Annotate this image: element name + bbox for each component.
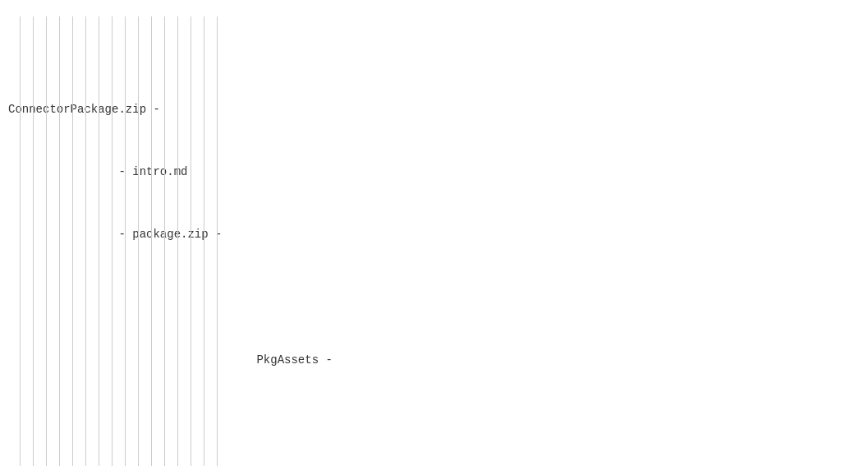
tree-intro: - intro.md (8, 162, 860, 183)
tree-blank-1 (8, 288, 860, 309)
tree-blank-2 (8, 413, 860, 434)
file-tree: ConnectorPackage.zip - - intro.md - pack… (8, 16, 860, 466)
tree-root: ConnectorPackage.zip - (8, 99, 860, 121)
tree-pkgassets: PkgAssets - (8, 350, 860, 371)
tree-package-zip: - package.zip - (8, 224, 860, 246)
